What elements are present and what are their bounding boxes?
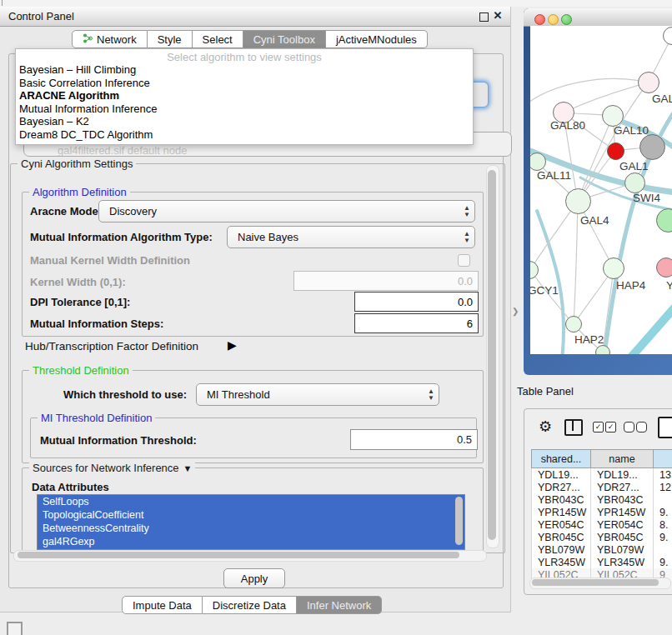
- tab-impute-data[interactable]: Impute Data: [122, 596, 203, 614]
- node-label-gcy1: GCY1: [530, 284, 559, 297]
- node-gal4[interactable]: [565, 188, 591, 214]
- hub-definition-label[interactable]: Hub/Transcription Factor Definition: [25, 340, 198, 352]
- column-header-shared-name[interactable]: shared...: [532, 450, 591, 468]
- zoom-traffic-light-icon[interactable]: [561, 14, 572, 25]
- select-all-checkboxes-icon[interactable]: ✓✓: [593, 422, 616, 432]
- column-header-cut[interactable]: [654, 450, 672, 468]
- node-label-gal80: GAL80: [550, 119, 585, 132]
- settings-vertical-scrollbar-thumb[interactable]: [488, 170, 496, 540]
- tab-discretize-data[interactable]: Discretize Data: [203, 596, 297, 614]
- table-horizontal-scrollbar-thumb[interactable]: [532, 579, 659, 586]
- dropdown-item-aracne[interactable]: ARACNE Algorithm: [16, 89, 473, 102]
- table-row[interactable]: YLR345WYLR345W9.: [532, 556, 672, 568]
- node-hap2[interactable]: [565, 316, 582, 332]
- which-threshold-combo[interactable]: MI Threshold ▲▼: [196, 383, 439, 406]
- control-panel-title: Control Panel: [8, 10, 74, 22]
- float-window-icon[interactable]: [479, 12, 489, 22]
- aracne-mode-combo[interactable]: Discovery ▲▼: [98, 200, 475, 222]
- settings-horizontal-scrollbar-thumb[interactable]: [18, 552, 459, 558]
- hub-expand-arrow-icon[interactable]: ▶: [228, 338, 237, 352]
- attr-list-scrollbar-thumb[interactable]: [455, 497, 463, 545]
- node-gal-cut[interactable]: [638, 72, 659, 93]
- bottom-tabs: Impute Data Discretize Data Infer Networ…: [122, 596, 382, 614]
- node-label-hap4: HAP4: [616, 279, 645, 292]
- tab-style[interactable]: Style: [148, 30, 193, 48]
- tab-select[interactable]: Select: [193, 30, 243, 48]
- which-threshold-value: MI Threshold: [197, 388, 424, 401]
- manual-kernel-checkbox[interactable]: [458, 254, 470, 267]
- kernel-width-label: Kernel Width (0,1):: [30, 276, 126, 288]
- tab-impute-data-label: Impute Data: [133, 599, 192, 612]
- top-edge-mark: [2, 0, 3, 6]
- dropdown-item-bayesian-hill[interactable]: Bayesian – Hill Climbing: [16, 63, 473, 77]
- table-row[interactable]: YER054CYER054C8.: [532, 518, 672, 531]
- tab-network[interactable]: Network: [72, 30, 148, 48]
- tab-network-label: Network: [97, 33, 137, 46]
- dock-panel-icon[interactable]: [7, 622, 23, 635]
- table-panel-title: Table Panel: [517, 385, 574, 398]
- algorithm-dropdown-popup: Select algorithm to view settings Bayesi…: [15, 48, 474, 145]
- table-horizontal-scrollbar[interactable]: [529, 578, 671, 589]
- column-header-name[interactable]: name: [591, 450, 654, 468]
- tab-infer-network-label: Infer Network: [307, 599, 371, 612]
- dropdown-item-dream8[interactable]: Dream8 DC_TDC Algorithm: [16, 128, 473, 142]
- table-header-row: shared... name: [532, 450, 672, 468]
- apply-button[interactable]: Apply: [223, 568, 285, 588]
- node-unlabeled-bottom[interactable]: [595, 345, 610, 354]
- attr-item-betweennesscentrality[interactable]: BetweennessCentrality: [38, 522, 464, 535]
- spinner-arrows-icon: ▲▼: [459, 205, 474, 218]
- sources-group-title: Sources for Network Inference: [33, 462, 179, 474]
- sources-collapse-arrow-icon[interactable]: ▼: [183, 463, 193, 473]
- dpi-tolerance-field[interactable]: 0.0: [354, 292, 479, 312]
- dropdown-item-mutual-information[interactable]: Mutual Information Inference: [16, 102, 473, 116]
- mi-steps-label: Mutual Information Steps:: [30, 318, 163, 330]
- tab-jactivemnodules-label: jActiveMNodules: [336, 33, 417, 46]
- settings-horizontal-scrollbar[interactable]: [13, 550, 487, 562]
- dropdown-item-bayesian-k2[interactable]: Bayesian – K2: [16, 115, 473, 128]
- attr-item-selfloops[interactable]: SelfLoops: [38, 495, 464, 508]
- mi-type-combo[interactable]: Naive Bayes ▲▼: [227, 226, 475, 248]
- split-columns-icon[interactable]: [564, 419, 583, 436]
- manual-kernel-label: Manual Kernel Width Definition: [30, 254, 190, 267]
- network-window-titlebar[interactable]: [524, 8, 672, 27]
- kernel-width-field[interactable]: 0.0: [293, 271, 479, 291]
- close-icon[interactable]: ✕: [492, 10, 504, 22]
- function-builder-icon[interactable]: [658, 417, 672, 438]
- tab-cyni-toolbox[interactable]: Cyni Toolbox: [243, 30, 326, 48]
- node-gray[interactable]: [639, 134, 665, 160]
- data-attributes-label: Data Attributes: [32, 481, 109, 493]
- tab-infer-network[interactable]: Infer Network: [297, 596, 382, 614]
- network-canvas[interactable]: GAL GAL80 GAL10 GAL1 GAL11 GAL4 SWI4 GCY…: [530, 26, 672, 354]
- node-attribute-table: shared... name YDL19...YDL19...13 YDR27.…: [531, 449, 672, 581]
- mi-steps-field[interactable]: 6: [354, 313, 479, 333]
- gear-icon[interactable]: ⚙: [539, 418, 552, 436]
- data-attributes-list[interactable]: SelfLoops TopologicalCoefficient Between…: [37, 494, 465, 550]
- sources-group-title-wrap: Sources for Network Inference ▼: [29, 462, 195, 474]
- table-row[interactable]: YBR045CYBR045C9.: [532, 531, 672, 543]
- dropdown-item-basic-correlation[interactable]: Basic Correlation Inference: [16, 77, 473, 90]
- node-label-gal4: GAL4: [580, 214, 609, 227]
- splitter-collapse-icon[interactable]: ❯: [512, 307, 519, 316]
- table-row[interactable]: YDR27...YDR27...12: [532, 481, 672, 493]
- table-row[interactable]: YBL079WYBL079W: [532, 543, 672, 556]
- node-y-cut[interactable]: [656, 258, 672, 278]
- attr-item-gal4rgexp[interactable]: gal4RGexp: [38, 535, 464, 548]
- tab-jactivemnodules[interactable]: jActiveMNodules: [326, 30, 428, 48]
- attr-item-topologicalcoefficient[interactable]: TopologicalCoefficient: [38, 508, 464, 522]
- node-hap4[interactable]: [603, 258, 624, 279]
- node-red-selected[interactable]: [607, 142, 624, 160]
- network-view-window[interactable]: GAL GAL80 GAL10 GAL1 GAL11 GAL4 SWI4 GCY…: [524, 8, 672, 375]
- deselect-all-checkboxes-icon[interactable]: [624, 422, 647, 432]
- close-traffic-light-icon[interactable]: [534, 14, 545, 25]
- node-gal1[interactable]: [624, 172, 645, 193]
- spinner-arrows-icon: ▲▼: [459, 231, 474, 244]
- aracne-mode-value: Discovery: [99, 205, 459, 218]
- tab-style-label: Style: [158, 33, 182, 46]
- mi-threshold-field[interactable]: 0.5: [350, 429, 478, 450]
- table-row[interactable]: YBR043CYBR043C: [532, 493, 672, 506]
- minimize-traffic-light-icon[interactable]: [548, 14, 559, 25]
- table-row[interactable]: YDL19...YDL19...13: [532, 468, 672, 482]
- table-row[interactable]: YPR145WYPR145W9.: [532, 506, 672, 518]
- mi-threshold-group-title: MI Threshold Definition: [38, 412, 155, 424]
- settings-vertical-scrollbar[interactable]: [486, 165, 499, 548]
